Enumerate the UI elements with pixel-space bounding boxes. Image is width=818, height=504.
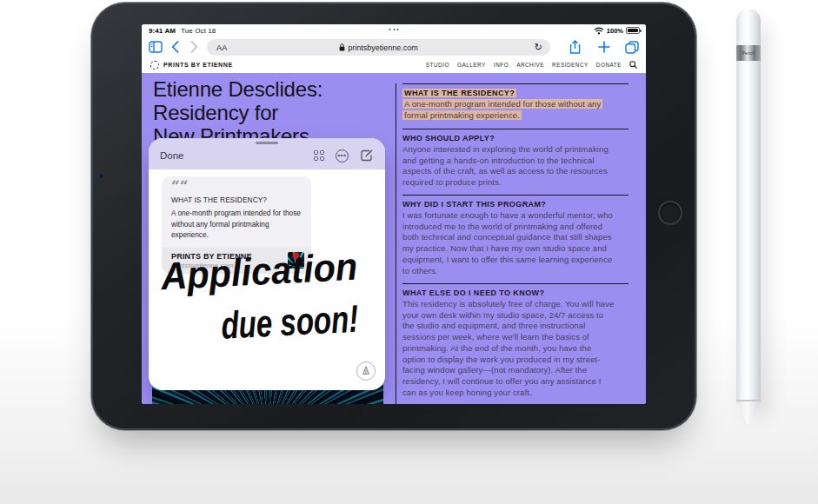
apple-pencil-tip [736,401,761,424]
nav-item-residency[interactable]: RESIDENCY [552,62,589,68]
section-body: Anyone interested in exploring the world… [402,144,609,187]
share-icon [569,40,581,54]
apple-pencil-band: Pencil [736,45,761,61]
safari-toolbar: AA printsbyetienne.com ↻ [142,37,646,56]
sidebar-toggle-button[interactable] [148,39,163,55]
markup-pen-button[interactable] [356,361,376,381]
site-brand[interactable]: PRINTS BY ETIENNE [163,62,233,68]
status-time-date: 9:41 AMTue Oct 18 [149,27,216,35]
site-nav: STUDIO GALLERY INFO ARCHIVE RESIDENCY DO… [426,61,637,69]
new-tab-button[interactable] [596,39,612,55]
status-time: 9:41 AM [149,27,176,35]
back-button[interactable] [167,39,183,55]
nav-item-info[interactable]: INFO [494,62,509,68]
apple-pencil-seam [736,400,761,401]
done-button[interactable]: Done [160,150,184,161]
section-heading: WHO SHOULD APPLY? [402,134,495,143]
sidebar-icon [149,41,163,53]
site-header: PRINTS BY ETIENNE STUDIO GALLERY INFO AR… [142,56,646,73]
share-button[interactable] [567,39,582,55]
tabs-button[interactable] [624,39,640,55]
apple-pencil: Pencil [736,9,761,424]
section-body: This residency is absolutely free of cha… [402,299,614,397]
chevron-right-icon [190,41,198,53]
section-what-else-to-know: WHAT ELSE DO I NEED TO KNOW? This reside… [402,283,628,398]
quick-note-panel: Done ••• ““ WHAT IS THE RESIDENCY? [149,138,385,390]
nav-item-donate[interactable]: DONATE [596,62,622,68]
section-heading: WHAT IS THE RESIDENCY? [402,89,516,97]
chevron-left-icon [171,41,179,53]
handwriting-line-2: due soon! [220,297,359,347]
ipad-screen: 9:41 AMTue Oct 18 100% [142,24,646,404]
page-title: Etienne Desclides: Residency for New Pri… [153,77,323,148]
handwritten-note[interactable]: Application due soon! [149,241,385,358]
tabs-icon [625,41,639,54]
quote-heading: WHAT IS THE RESIDENCY? [171,196,302,204]
pen-nib-icon [362,366,370,376]
section-why-did-i-start: WHY DID I START THIS PROGRAM? I was fort… [402,195,628,276]
section-heading: WHY DID I START THIS PROGRAM? [402,200,546,209]
section-body: I was fortunate enough to have a wonderf… [402,210,613,275]
more-options-icon[interactable]: ••• [336,149,349,162]
home-button[interactable] [658,201,682,225]
plus-icon [598,41,610,53]
nav-item-archive[interactable]: ARCHIVE [516,62,544,68]
section-heading: WHAT ELSE DO I NEED TO KNOW? [402,288,544,297]
site-logo-icon[interactable] [150,61,159,70]
notes-grid-icon[interactable] [314,150,324,161]
marketing-scene: 9:41 AMTue Oct 18 100% [0,0,818,504]
front-camera [99,174,103,178]
compose-icon[interactable] [360,149,374,162]
search-icon[interactable] [629,61,637,69]
drag-handle[interactable] [256,142,278,144]
url-text: printsbyetienne.com [348,43,418,52]
section-body-highlighted: A one-month program intended for those w… [402,99,602,120]
reload-icon[interactable]: ↻ [535,43,542,52]
quote-icon: ““ [171,182,302,190]
lock-icon [339,43,345,51]
battery-percent: 100% [607,27,623,35]
apple-pencil-label: Pencil [742,51,755,56]
section-what-is-residency: WHAT IS THE RESIDENCY? A one-month progr… [402,83,628,121]
apple-pencil-body [736,9,761,401]
address-bar[interactable]: AA printsbyetienne.com ↻ [207,39,550,56]
multitasking-dots-icon[interactable] [389,29,399,30]
status-date: Tue Oct 18 [181,27,216,35]
forward-button[interactable] [186,39,202,55]
nav-item-studio[interactable]: STUDIO [426,62,449,68]
nav-item-gallery[interactable]: GALLERY [457,62,486,68]
section-who-should-apply: WHO SHOULD APPLY? Anyone interested in e… [402,129,628,189]
column-divider [396,83,396,404]
wifi-icon [594,27,604,35]
quote-body: A one-month program intended for those w… [171,208,302,241]
ipad-device: 9:41 AMTue Oct 18 100% [90,2,697,431]
battery-icon [626,27,640,34]
handwriting-line-1: Application [159,245,358,298]
status-bar: 9:41 AMTue Oct 18 100% [142,24,646,37]
reader-text-size-button[interactable]: AA [216,43,228,52]
